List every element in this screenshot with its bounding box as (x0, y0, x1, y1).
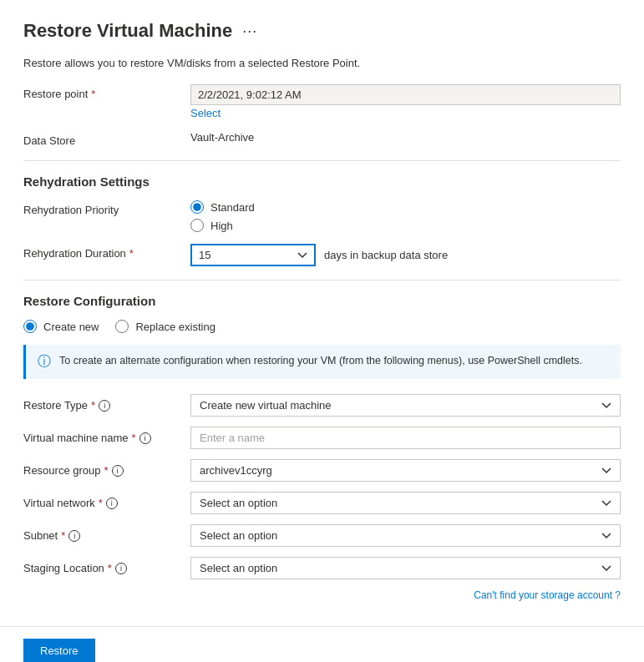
resource-group-select[interactable]: archivev1ccyrg (190, 459, 621, 482)
priority-standard-option[interactable]: Standard (190, 200, 621, 214)
section-divider-2 (23, 280, 621, 280)
staging-location-info-icon[interactable]: i (115, 563, 127, 574)
virtual-network-row: Virtual network * i Select an option (23, 492, 621, 514)
create-new-option[interactable]: Create new (23, 320, 99, 333)
data-store-label: Data Store (23, 131, 190, 147)
restore-type-select[interactable]: Create new virtual machine Restore Disks (190, 394, 621, 417)
resource-group-label: Resource group * i (23, 464, 190, 477)
subnet-label: Subnet * i (23, 529, 190, 542)
priority-high-label: High (210, 220, 233, 232)
vm-name-info-icon[interactable]: i (139, 432, 151, 444)
duration-required-indicator: * (129, 247, 134, 260)
restore-button[interactable]: Restore (23, 639, 95, 662)
virtual-network-label: Virtual network * i (23, 497, 190, 509)
restore-type-row: Restore Type * i Create new virtual mach… (23, 394, 621, 417)
create-new-label: Create new (43, 321, 99, 333)
restore-point-select-link[interactable]: Select (190, 107, 621, 119)
restore-type-info-icon[interactable]: i (99, 400, 110, 412)
restore-point-value: 2/2/2021, 9:02:12 AM Select (190, 84, 621, 119)
duration-suffix: days in backup data store (324, 249, 448, 261)
vm-name-input[interactable] (190, 427, 621, 449)
rehydration-priority-options: Standard High (190, 200, 621, 232)
restore-type-required: * (91, 399, 95, 412)
restore-point-label: Restore point * (23, 84, 190, 100)
resource-group-row: Resource group * i archivev1ccyrg (23, 459, 621, 482)
info-text: To create an alternate configuration whe… (59, 353, 582, 369)
subnet-row: Subnet * i Select an option (23, 524, 621, 547)
rehydration-duration-label: Rehydration Duration * (23, 244, 190, 260)
restore-config-title: Restore Configuration (23, 294, 621, 308)
restore-point-row: Restore point * 2/2/2021, 9:02:12 AM Sel… (23, 84, 621, 119)
rehydration-section-title: Rehydration Settings (23, 174, 621, 189)
page-title: Restore Virtual Machine (23, 20, 232, 42)
ellipsis-menu-icon[interactable]: ··· (242, 23, 257, 40)
virtual-network-info-icon[interactable]: i (106, 498, 118, 509)
subnet-required: * (61, 529, 65, 542)
virtual-network-select[interactable]: Select an option (190, 492, 621, 514)
page-footer: Restore (0, 626, 644, 662)
cant-find-storage-link[interactable]: Can't find your storage account ? (23, 589, 621, 601)
virtual-network-required: * (99, 497, 103, 509)
rehydration-priority-label: Rehydration Priority (23, 200, 190, 216)
staging-location-row: Staging Location * i Select an option (23, 557, 621, 579)
restore-config-section: Restore Configuration Create new Replace… (23, 294, 621, 601)
restore-type-label: Restore Type * i (23, 399, 190, 412)
page-description: Restore allows you to restore VM/disks f… (23, 57, 621, 69)
replace-existing-option[interactable]: Replace existing (115, 320, 215, 333)
vm-name-row: Virtual machine name * i (23, 427, 621, 449)
data-store-value: Vault-Archive (190, 131, 621, 144)
info-icon: ⓘ (38, 353, 51, 371)
rehydration-duration-row: Rehydration Duration * 15 30 45 days in … (23, 244, 621, 266)
create-new-radio[interactable] (23, 320, 37, 333)
restore-point-display: 2/2/2021, 9:02:12 AM (190, 84, 621, 105)
priority-high-radio[interactable] (190, 219, 204, 232)
priority-standard-radio[interactable] (190, 200, 204, 214)
rehydration-duration-control: 15 30 45 days in backup data store (190, 244, 621, 266)
rehydration-priority-row: Rehydration Priority Standard High (23, 200, 621, 232)
staging-location-required: * (108, 562, 112, 574)
staging-location-select[interactable]: Select an option (190, 557, 621, 579)
replace-existing-label: Replace existing (135, 321, 215, 333)
replace-existing-radio[interactable] (115, 320, 129, 333)
required-indicator: * (91, 88, 95, 100)
data-store-row: Data Store Vault-Archive (23, 131, 621, 147)
subnet-select[interactable]: Select an option (190, 524, 621, 547)
section-divider (23, 160, 621, 161)
duration-select[interactable]: 15 30 45 (190, 244, 316, 266)
priority-high-option[interactable]: High (190, 219, 621, 232)
vm-name-required: * (132, 432, 136, 444)
subnet-info-icon[interactable]: i (68, 530, 80, 542)
vm-name-label: Virtual machine name * i (23, 432, 190, 444)
staging-location-label: Staging Location * i (23, 562, 190, 574)
resource-group-required: * (104, 464, 109, 477)
priority-standard-label: Standard (210, 201, 255, 214)
restore-config-options: Create new Replace existing (23, 320, 621, 333)
resource-group-info-icon[interactable]: i (112, 465, 124, 477)
page-header: Restore Virtual Machine ··· (23, 20, 621, 42)
info-box: ⓘ To create an alternate configuration w… (23, 345, 621, 379)
